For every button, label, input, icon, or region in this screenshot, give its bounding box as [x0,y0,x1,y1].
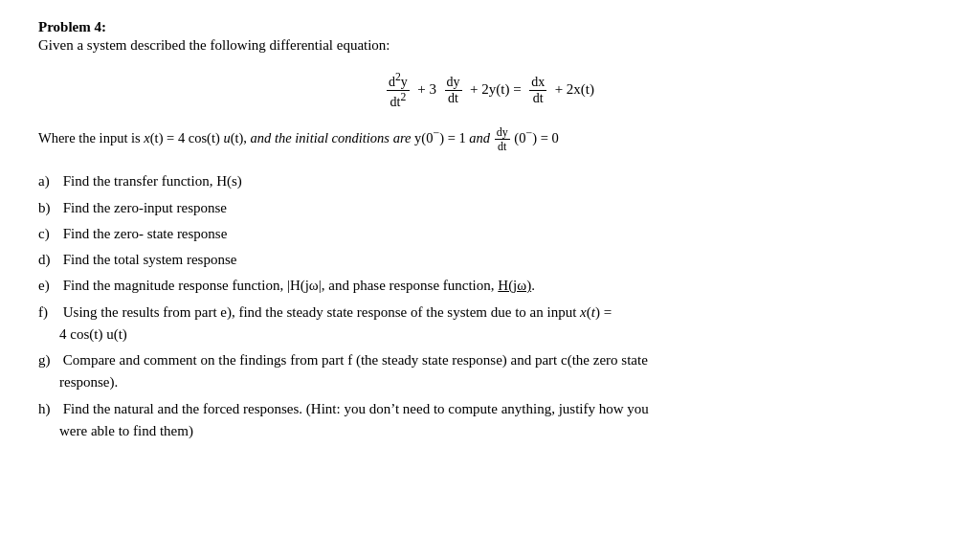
part-c: c) Find the zero- state response [38,223,942,245]
part-e-label: e) [38,275,59,297]
part-f-text: Using the results from part e), find the… [63,304,612,320]
part-d-text: Find the total system response [63,252,237,267]
differential-equation: d2y dt2 + 3 dy dt + 2y(t) = dx dt + 2x(t… [38,71,942,111]
part-h-label: h) [38,398,59,420]
part-d: d) Find the total system response [38,249,942,271]
parts-list: a) Find the transfer function, H(s) b) F… [38,170,942,442]
part-a: a) Find the transfer function, H(s) [38,170,942,192]
part-c-label: c) [38,223,59,245]
part-e-text: Find the magnitude response function, |H… [63,278,535,293]
part-g-label: g) [38,349,59,371]
part-h-continuation: were able to find them) [38,420,942,442]
part-e: e) Find the magnitude response function,… [38,275,942,297]
part-f-continuation: 4 cos(t) u(t) [38,324,942,346]
part-b-text: Find the zero-input response [63,200,227,215]
part-a-text: Find the transfer function, H(s) [63,173,242,189]
part-f: f) Using the results from part e), find … [38,302,942,347]
part-h: h) Find the natural and the forced respo… [38,398,942,443]
part-f-label: f) [38,302,59,324]
intro-text: Given a system described the following d… [38,37,942,54]
problem-title: Problem 4: [38,19,942,35]
conditions-line: Where the input is x(t) = 4 cos(t) u(t),… [38,124,942,153]
part-b-label: b) [38,197,59,219]
part-a-label: a) [38,170,59,192]
part-g-text: Compare and comment on the findings from… [63,352,648,368]
part-d-label: d) [38,249,59,271]
part-c-text: Find the zero- state response [63,226,228,241]
part-g: g) Compare and comment on the findings f… [38,349,942,394]
part-g-continuation: response). [38,371,942,393]
part-b: b) Find the zero-input response [38,197,942,219]
part-h-text: Find the natural and the forced response… [63,401,649,416]
